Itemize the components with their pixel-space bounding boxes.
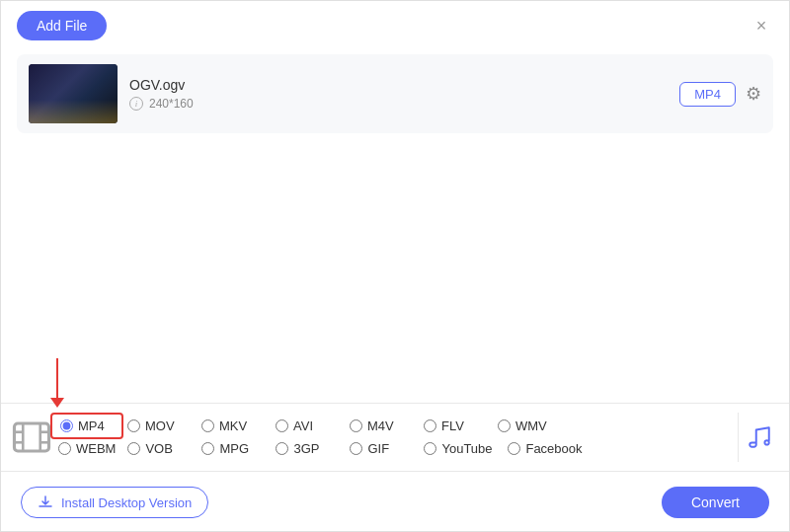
format-label-flv: FLV xyxy=(441,418,464,433)
format-label-facebook: Facebook xyxy=(525,441,582,456)
format-option-youtube[interactable]: YouTube xyxy=(418,437,502,460)
format-badge-button[interactable]: MP4 xyxy=(679,82,736,107)
format-label-m4v: M4V xyxy=(367,418,394,433)
file-list: OGV.ogv i 240*160 MP4 ⚙ xyxy=(1,46,789,141)
bottom-bar: Install Desktop Version Convert xyxy=(1,474,789,531)
download-icon xyxy=(38,494,53,510)
format-radio-mkv[interactable] xyxy=(201,419,214,432)
format-radio-avi[interactable] xyxy=(276,419,288,432)
format-option-m4v[interactable]: M4V xyxy=(344,415,418,437)
format-label-youtube: YouTube xyxy=(441,441,492,456)
film-icon xyxy=(11,417,52,458)
format-bar: MP4 MOV MKV AVI M4V FLV xyxy=(1,403,789,472)
format-option-mpg[interactable]: MPG xyxy=(196,437,270,460)
format-option-mkv[interactable]: MKV xyxy=(196,415,270,437)
format-radio-3gp[interactable] xyxy=(276,442,288,455)
format-label-mkv: MKV xyxy=(219,418,247,433)
top-bar: Add File × xyxy=(1,1,789,46)
format-radio-m4v[interactable] xyxy=(350,419,362,432)
format-radio-vob[interactable] xyxy=(127,442,140,455)
file-dimensions: 240*160 xyxy=(149,97,194,111)
svg-point-7 xyxy=(764,440,768,444)
format-option-avi[interactable]: AVI xyxy=(270,415,344,437)
format-radio-youtube[interactable] xyxy=(424,442,436,455)
format-label-mov: MOV xyxy=(145,418,175,433)
settings-button[interactable]: ⚙ xyxy=(746,83,761,105)
format-option-mp4[interactable]: MP4 xyxy=(52,415,121,437)
arrow-indicator xyxy=(50,358,64,408)
format-radio-mpg[interactable] xyxy=(201,442,214,455)
video-format-icon[interactable] xyxy=(11,413,52,462)
close-button[interactable]: × xyxy=(750,14,773,38)
install-label: Install Desktop Version xyxy=(61,495,192,510)
file-meta: i 240*160 xyxy=(129,97,668,111)
file-info: OGV.ogv i 240*160 xyxy=(129,77,668,111)
format-option-webm[interactable]: WEBM xyxy=(52,437,121,460)
add-file-button[interactable]: Add File xyxy=(17,11,107,40)
format-radio-wmv[interactable] xyxy=(498,419,511,432)
file-thumbnail xyxy=(29,64,118,123)
format-option-vob[interactable]: VOB xyxy=(121,437,196,460)
format-label-wmv: WMV xyxy=(515,418,547,433)
file-name: OGV.ogv xyxy=(129,77,668,93)
format-option-gif[interactable]: GIF xyxy=(344,437,418,460)
file-item: OGV.ogv i 240*160 MP4 ⚙ xyxy=(17,54,773,133)
convert-button[interactable]: Convert xyxy=(662,487,769,518)
format-radio-flv[interactable] xyxy=(424,419,436,432)
file-actions: MP4 ⚙ xyxy=(679,82,761,107)
format-label-mp4: MP4 xyxy=(78,418,105,433)
info-icon: i xyxy=(129,97,143,111)
gear-icon: ⚙ xyxy=(746,83,761,105)
format-label-gif: GIF xyxy=(367,441,389,456)
middle-area xyxy=(1,141,789,339)
format-label-avi: AVI xyxy=(293,418,313,433)
format-label-webm: WEBM xyxy=(76,441,116,456)
format-label-mpg: MPG xyxy=(219,441,249,456)
svg-rect-0 xyxy=(15,423,49,451)
format-label-3gp: 3GP xyxy=(293,441,319,456)
format-radio-mov[interactable] xyxy=(127,419,140,432)
format-radio-gif[interactable] xyxy=(350,442,362,455)
format-option-mov[interactable]: MOV xyxy=(121,415,196,437)
music-format-icon[interactable] xyxy=(738,413,779,462)
install-button[interactable]: Install Desktop Version xyxy=(21,487,208,518)
format-option-3gp[interactable]: 3GP xyxy=(270,437,344,460)
format-option-facebook[interactable]: Facebook xyxy=(502,437,588,460)
format-option-wmv[interactable]: WMV xyxy=(492,415,566,437)
format-radio-webm[interactable] xyxy=(58,442,71,455)
format-label-vob: VOB xyxy=(145,441,172,456)
music-note-icon xyxy=(747,424,772,450)
format-radio-mp4[interactable] xyxy=(60,419,73,432)
format-radio-facebook[interactable] xyxy=(508,442,520,455)
format-option-flv[interactable]: FLV xyxy=(418,415,492,437)
